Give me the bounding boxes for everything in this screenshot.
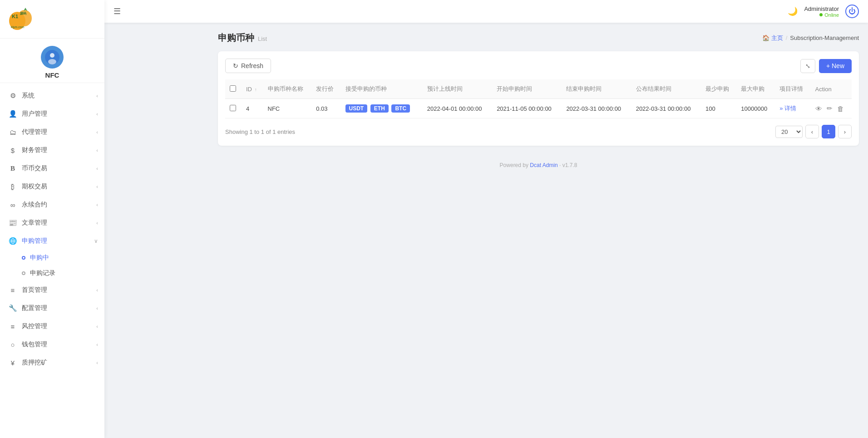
pagination: Showing 1 to 1 of 1 entries 20 10 50 100… <box>225 125 852 138</box>
sidebar-item-agents[interactable]: 🗂 代理管理 ‹ <box>0 123 104 141</box>
chevron-right-icon: ‹ <box>96 305 98 311</box>
cell-max: 10000000 <box>736 99 775 118</box>
table-header-row: ID ↑ 申购币种名称 发行价 接受申购的币种 预计上线时间 开始申购时间 结束… <box>225 79 852 99</box>
showing-text: Showing <box>225 128 248 135</box>
sidebar-item-articles[interactable]: 📰 文章管理 ‹ <box>0 214 104 232</box>
new-label: + New <box>826 62 844 69</box>
sidebar-avatar-area: NFC <box>0 39 104 83</box>
chevron-right-icon: ‹ <box>96 287 98 293</box>
badge-eth: ETH <box>370 104 389 113</box>
breadcrumb-home-label: 主页 <box>771 34 783 42</box>
sidebar-item-label-articles: 文章管理 <box>22 219 47 227</box>
row-checkbox[interactable] <box>230 105 236 111</box>
sidebar-item-finance[interactable]: $ 财务管理 ‹ <box>0 141 104 159</box>
table-wrapper: ID ↑ 申购币种名称 发行价 接受申购的币种 预计上线时间 开始申购时间 结束… <box>225 79 852 118</box>
chevron-right-icon: ‹ <box>96 166 98 171</box>
username: Administrator <box>804 5 839 12</box>
header-checkbox-cell <box>225 79 242 99</box>
refresh-button[interactable]: ↻ Refresh <box>225 59 271 73</box>
row-checkbox-cell <box>225 99 242 118</box>
header-result-time: 公布结果时间 <box>631 79 701 99</box>
cell-end-time: 2022-03-31 00:00:00 <box>562 99 631 118</box>
edit-icon[interactable]: ✏ <box>827 104 833 113</box>
expand-button[interactable]: ⤡ <box>800 59 815 73</box>
next-page-button[interactable]: › <box>838 125 852 138</box>
select-all-checkbox[interactable] <box>230 85 236 92</box>
cell-id: 4 <box>242 99 263 118</box>
data-table: ID ↑ 申购币种名称 发行价 接受申购的币种 预计上线时间 开始申购时间 结束… <box>225 79 852 118</box>
chevron-right-icon: ‹ <box>96 324 98 329</box>
header-action: Action <box>811 79 852 99</box>
hamburger-icon[interactable]: ☰ <box>113 6 121 16</box>
chevron-right-icon: ‹ <box>96 129 98 135</box>
sidebar-subitem-label-records: 申购记录 <box>30 269 55 277</box>
view-icon[interactable]: 👁 <box>815 105 822 113</box>
moon-icon[interactable]: 🌙 <box>788 6 798 16</box>
status-dot <box>819 13 823 16</box>
header-max: 最大申购 <box>736 79 775 99</box>
header-end-time: 结束申购时间 <box>562 79 631 99</box>
cell-expected-online: 2022-04-01 00:00:00 <box>423 99 492 118</box>
pagination-from: 1 <box>250 128 253 135</box>
page-title-area: 申购币种 List <box>218 32 267 44</box>
chevron-right-icon: ‹ <box>96 360 98 365</box>
detail-link[interactable]: » 详情 <box>779 105 796 112</box>
chevron-right-icon: ‹ <box>96 202 98 207</box>
sidebar-item-config[interactable]: 🔧 配置管理 ‹ <box>0 299 104 317</box>
status-label: Online <box>824 12 839 18</box>
sidebar-item-subscription[interactable]: 🌐 申购管理 ∨ <box>0 232 104 250</box>
delete-icon[interactable]: 🗑 <box>837 105 844 113</box>
sub-dot-records <box>22 271 25 275</box>
sidebar-item-coin-trade[interactable]: B 币币交易 ‹ <box>0 159 104 177</box>
sidebar-item-label-pledge: 质押挖矿 <box>22 359 47 367</box>
sidebar-item-homepage[interactable]: ≡ 首页管理 ‹ <box>0 281 104 299</box>
sidebar-item-pledge[interactable]: ¥ 质押挖矿 ‹ <box>0 354 104 372</box>
page-1-button[interactable]: 1 <box>822 125 835 138</box>
chevron-down-icon: ∨ <box>94 238 98 244</box>
sidebar-item-wallet[interactable]: ○ 钱包管理 ‹ <box>0 335 104 354</box>
action-buttons: 👁 ✏ 🗑 <box>815 104 847 113</box>
chevron-right-icon: ‹ <box>96 342 98 347</box>
toolbar-left: ↻ Refresh <box>225 59 271 73</box>
svg-text:K1: K1 <box>12 14 18 19</box>
page-subtitle: List <box>258 35 267 42</box>
breadcrumb-home[interactable]: 🏠 主页 <box>762 34 783 42</box>
bitcoin-icon: ₿ <box>8 182 17 191</box>
sidebar-logo: K1 源码 klym.com <box>0 0 104 39</box>
header-accepted: 接受申购的币种 <box>341 79 423 99</box>
wrench-icon: 🔧 <box>8 304 17 313</box>
cell-min: 100 <box>701 99 736 118</box>
sidebar-item-risk[interactable]: ≡ 风控管理 ‹ <box>0 317 104 335</box>
sidebar-subitem-subscription-active[interactable]: 申购中 <box>0 250 104 266</box>
table-body: 4 NFC 0.03 USDT ETH BTC 2022-04-01 00:00… <box>225 99 852 118</box>
sort-icon[interactable]: ↑ <box>255 87 257 92</box>
header-id: ID ↑ <box>242 79 263 99</box>
page-header: 申购币种 List 🏠 主页 / Subscription-Management <box>218 32 859 44</box>
sidebar-item-label-config: 配置管理 <box>22 304 47 312</box>
footer-link[interactable]: Dcat Admin <box>530 162 557 168</box>
prev-page-button[interactable]: ‹ <box>805 125 819 138</box>
header-price: 发行价 <box>311 79 340 99</box>
sidebar-item-label-futures: 期权交易 <box>22 182 47 191</box>
avatar <box>41 46 64 69</box>
cell-name: NFC <box>263 99 312 118</box>
svg-text:源码: 源码 <box>20 12 26 15</box>
new-button[interactable]: + New <box>819 59 852 73</box>
sidebar-item-system[interactable]: ⚙ 系统 ‹ <box>0 87 104 105</box>
risk-icon: ≡ <box>8 322 17 331</box>
pagination-controls: 20 10 50 100 ‹ 1 › <box>775 125 852 138</box>
chevron-right-icon: ‹ <box>96 93 98 98</box>
sidebar-item-perpetual[interactable]: ∞ 永续合约 ‹ <box>0 196 104 214</box>
badge-btc: BTC <box>391 104 410 113</box>
infinity-icon: ∞ <box>8 200 17 209</box>
badge-usdt: USDT <box>345 104 368 113</box>
sidebar-subitem-subscription-records[interactable]: 申购记录 <box>0 266 104 281</box>
chevron-right-icon: ‹ <box>96 184 98 189</box>
entries-label: entries <box>277 128 295 135</box>
sidebar-subitem-label-active: 申购中 <box>30 254 49 262</box>
power-button[interactable]: ⏻ <box>845 5 859 18</box>
sidebar-item-users[interactable]: 👤 用户管理 ‹ <box>0 105 104 123</box>
sidebar-item-label-coin-trade: 币币交易 <box>22 164 47 172</box>
page-size-select[interactable]: 20 10 50 100 <box>775 126 803 138</box>
sidebar-item-futures[interactable]: ₿ 期权交易 ‹ <box>0 177 104 196</box>
